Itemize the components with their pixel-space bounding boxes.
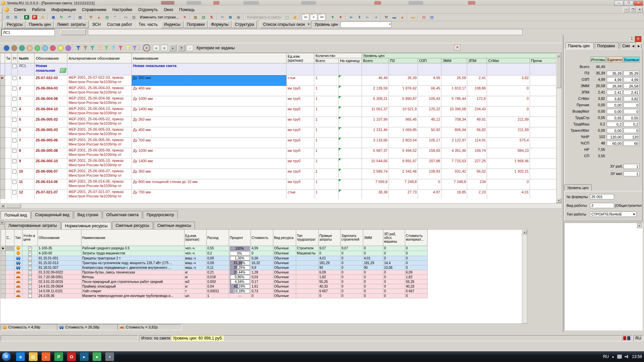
clear-filter-icon[interactable]: ✕ bbox=[143, 44, 150, 52]
included-checkbox[interactable]: ✓ bbox=[28, 280, 32, 284]
menu-Окно[interactable]: Окно bbox=[161, 6, 176, 13]
resource-row[interactable]: ✓ 4-100-00 Затраты труда машинистов чел.… bbox=[1, 251, 428, 256]
panel-close-icon[interactable]: ✕ bbox=[635, 36, 641, 42]
row-name[interactable]: Ду 1000 мм bbox=[132, 96, 286, 107]
estimate-row[interactable]: 10 25-06-006-07 ФЕР-2001, 25-06-006-07, … bbox=[0, 169, 557, 179]
res-col[interactable]: Расход bbox=[207, 230, 229, 246]
scroll-thumb[interactable] bbox=[6, 203, 21, 208]
filter-close-icon[interactable]: ✕ bbox=[454, 44, 461, 51]
col-ОЗП[interactable]: ОЗП bbox=[418, 58, 441, 63]
criteria-doc-icon[interactable]: ▱ bbox=[186, 45, 193, 51]
res-col[interactable]: Обоснование bbox=[38, 230, 82, 246]
panel-base-value[interactable]: 26,58 bbox=[624, 83, 639, 88]
open-windows-dropdown[interactable]: Список открытых окон bbox=[260, 21, 311, 28]
included-checkbox[interactable]: ✓ bbox=[28, 289, 32, 293]
grid-vertical-scrollbar[interactable]: ▲ ▼ bbox=[556, 53, 561, 203]
view-tab-Полный вид[interactable]: Полный вид bbox=[1, 211, 31, 219]
move-up-button[interactable]: ▲ bbox=[169, 45, 176, 51]
tab-Индексы[interactable]: Индексы bbox=[161, 21, 183, 28]
tree-expand-icon[interactable]: ⊞ bbox=[12, 14, 19, 20]
row-name[interactable]: Ду 700 мм bbox=[132, 190, 286, 200]
panel-unit-value[interactable]: 0,00 bbox=[607, 128, 623, 133]
panel-tab-Поправки[interactable]: Поправки bbox=[595, 42, 619, 49]
resource-row[interactable]: ✓ 91.15.02-013 Тракторы на гусеничном хо… bbox=[1, 261, 428, 265]
row-checkbox[interactable] bbox=[12, 159, 16, 163]
toolbar-drag-handle[interactable] bbox=[1, 14, 2, 20]
color-filter-icon[interactable] bbox=[27, 45, 33, 51]
undo-icon[interactable]: ↶ bbox=[66, 14, 73, 20]
row-checkbox[interactable] bbox=[12, 86, 16, 90]
cut-icon[interactable]: ✂ bbox=[219, 14, 226, 20]
view-tab-Предпросмотр[interactable]: Предпросмотр bbox=[143, 211, 177, 219]
move-down-button[interactable]: ▼ bbox=[178, 45, 185, 51]
res-col[interactable]: Стоимость материал... bbox=[405, 230, 428, 246]
resource-row[interactable]: ✓ 01.3.02.09-0022 Пропан-бутан, смесь те… bbox=[1, 270, 428, 275]
outdent-icon[interactable]: ⇠ bbox=[364, 14, 371, 20]
res-col[interactable]: С.. bbox=[6, 230, 14, 246]
resource-row[interactable]: ✓ 14.5.09.11-0101 Уайт-спирит т0,00011 1… bbox=[1, 289, 428, 294]
comment-icon[interactable]: ❛❜ bbox=[111, 14, 119, 20]
work-kind-value[interactable]: 2 bbox=[590, 203, 614, 208]
estimate-grid[interactable]: Ти Ут №п/п Обоснование Альтернативное об… bbox=[0, 53, 557, 200]
formula-value[interactable]: 25 001 bbox=[590, 194, 614, 199]
res-col[interactable]: Вид ресурса bbox=[273, 230, 296, 246]
color-filter-icon[interactable] bbox=[4, 45, 9, 51]
included-checkbox[interactable]: ✓ bbox=[28, 270, 32, 274]
paste-all-icon[interactable]: ▣ bbox=[291, 14, 299, 20]
view-tab-Объектная смета[interactable]: Объектная смета bbox=[103, 211, 143, 219]
row-checkbox[interactable] bbox=[12, 138, 16, 142]
panel-unit-value[interactable]: 0,00 bbox=[607, 103, 623, 108]
work-icon[interactable]: ⚒ bbox=[382, 14, 390, 20]
tray-volume-icon[interactable] bbox=[625, 355, 629, 359]
taskbar-gray-app-icon[interactable]: ▪ bbox=[105, 352, 114, 361]
row-name[interactable]: Ду 350 мм bbox=[132, 169, 286, 179]
row-checkbox[interactable] bbox=[12, 170, 16, 174]
res-col[interactable]: Зарплата строителей bbox=[341, 230, 363, 246]
filter-edit-icon[interactable]: ▼ bbox=[329, 14, 336, 20]
row-name[interactable]: Ду 1400 мм bbox=[132, 159, 286, 169]
scroll-up-icon[interactable]: ▲ bbox=[522, 230, 527, 234]
view-tab-Сокращенный вид[interactable]: Сокращенный вид bbox=[31, 211, 73, 219]
estimate-group-row[interactable]: ЛС1 Новая локальная Новая локальная смет… bbox=[0, 63, 557, 75]
included-checkbox[interactable]: ✓ bbox=[28, 261, 32, 265]
taskbar-ie-icon[interactable]: e bbox=[16, 352, 25, 361]
truck2-icon[interactable]: ▬ bbox=[409, 14, 417, 20]
pick-icon[interactable]: ⚒ bbox=[87, 14, 95, 20]
taskbar-firefox-icon[interactable]: ◗ bbox=[42, 352, 50, 361]
tab-Структура[interactable]: Структура bbox=[232, 21, 257, 28]
color-filter-icon[interactable] bbox=[35, 45, 40, 51]
menu-Смета[interactable]: Смета bbox=[11, 6, 29, 13]
tray-lang-indicator[interactable]: RU bbox=[603, 354, 609, 359]
color-filter-icon[interactable] bbox=[11, 45, 17, 51]
funnel-filter-icon[interactable] bbox=[97, 46, 102, 50]
color-filter-icon[interactable] bbox=[19, 45, 25, 51]
scroll-up-icon[interactable]: ▲ bbox=[637, 223, 642, 228]
mdi-close-button[interactable]: ✕ bbox=[637, 7, 643, 12]
estimate-row[interactable]: 5 25-06-005-02 ФЕР-2001, 25-06-005-02, п… bbox=[0, 117, 557, 127]
res-col[interactable]: Стоимость bbox=[251, 230, 273, 246]
panel-base-value[interactable]: 0,2 bbox=[624, 122, 639, 127]
resource-row[interactable]: ✓ 02.3.01.02-0015 Песок природный для ст… bbox=[1, 280, 428, 284]
start-button[interactable]: ⊞ bbox=[2, 352, 11, 361]
funnel-filter-icon[interactable] bbox=[111, 46, 116, 50]
panel-base-value[interactable]: 0 bbox=[624, 109, 639, 114]
col-alt[interactable]: Альтернативное обоснование bbox=[67, 53, 132, 63]
row-checkbox[interactable] bbox=[12, 107, 16, 111]
res-col[interactable]: ЗП раб, обсл. машины bbox=[383, 230, 405, 246]
list-check-icon[interactable]: ▤ bbox=[153, 45, 160, 51]
price-level-combo[interactable] bbox=[340, 21, 391, 28]
resource-grid[interactable]: С..ТипУчтён в ценеОбоснованиеНаименовани… bbox=[1, 229, 428, 298]
row-checkbox[interactable] bbox=[12, 64, 16, 68]
resource-row[interactable]: 24.3.05.06 Манжета термоусадочная для из… bbox=[1, 294, 428, 298]
estimate-row[interactable]: ▶ 1 25-07-022-03 ФЕР-2001, 25-07-022-03,… bbox=[0, 75, 557, 86]
color-filter-icon[interactable] bbox=[50, 45, 56, 51]
col-СтМат[interactable]: СтМат bbox=[487, 58, 530, 63]
funnel-filter-icon[interactable] bbox=[125, 46, 130, 50]
row-name[interactable]: Ду 400 мм bbox=[132, 86, 286, 96]
save-icon[interactable]: ▣ bbox=[50, 14, 57, 20]
row-checkbox[interactable] bbox=[12, 180, 16, 184]
color-filter-icon[interactable] bbox=[65, 45, 71, 51]
funnel-filter-icon[interactable] bbox=[90, 46, 95, 50]
funnel-filter-icon[interactable] bbox=[83, 46, 88, 50]
included-checkbox[interactable]: ✓ bbox=[28, 285, 32, 288]
